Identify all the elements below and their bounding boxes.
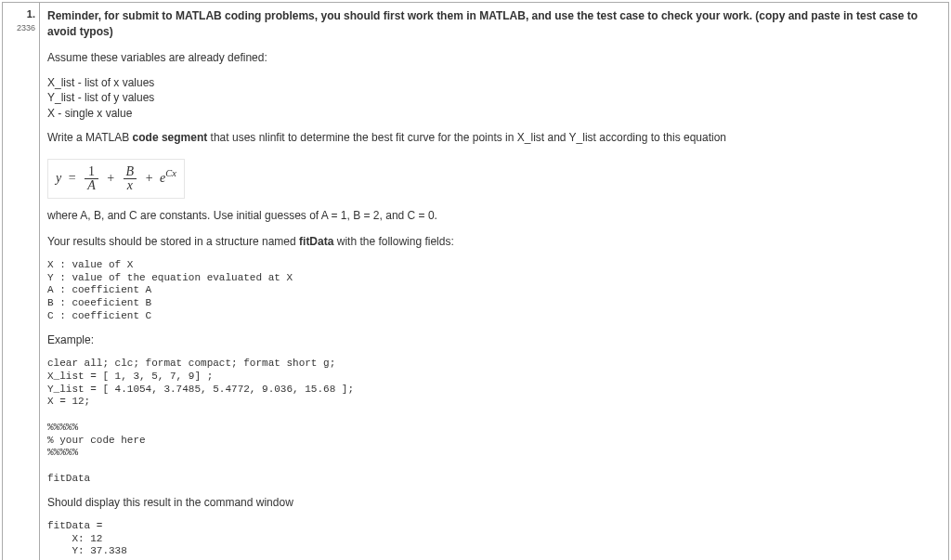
expected-output: fitData = X: 12 Y: 37.338 A: 1.8003 B: 2… (47, 520, 941, 560)
write-instruction: Write a MATLAB code segment that uses nl… (47, 130, 941, 146)
fraction-B-over-x: B x (124, 165, 137, 192)
reminder-text: Reminder, for submit to MATLAB coding pr… (47, 8, 941, 41)
assume-text: Assume these variables are already defin… (47, 50, 941, 66)
fraction-1-over-A: 1 A (85, 165, 98, 192)
question-body: Reminder, for submit to MATLAB coding pr… (40, 3, 948, 560)
equation-box: y = 1 A + B x + eCx (47, 159, 185, 199)
question-container: 1. 2336 Reminder, for submit to MATLAB c… (2, 2, 949, 560)
variable-definitions: X_list - list of x values Y_list - list … (47, 75, 941, 121)
example-code: clear all; clc; format compact; format s… (47, 358, 941, 486)
where-text: where A, B, and C are constants. Use ini… (47, 208, 941, 224)
example-label: Example: (47, 332, 941, 348)
should-display-text: Should display this result in the comman… (47, 495, 941, 511)
question-points: 2336 (17, 23, 35, 33)
fields-list: X : value of X Y : value of the equation… (47, 259, 941, 323)
question-number: 1. (7, 8, 35, 20)
question-number-col: 1. 2336 (3, 3, 40, 560)
results-instruction: Your results should be stored in a struc… (47, 234, 941, 250)
